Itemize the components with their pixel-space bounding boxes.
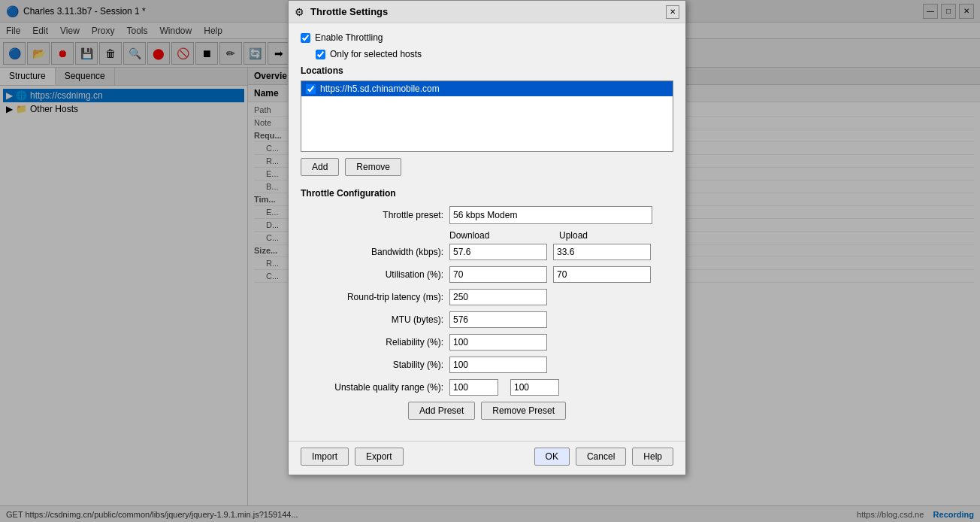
unstable-input-1[interactable] — [449, 379, 498, 396]
utilisation-row: Utilisation (%): — [301, 266, 673, 283]
unstable-row: Unstable quality range (%): — [301, 379, 673, 396]
throttle-preset-row: Throttle preset: 56 kbps Modem 256 kbps … — [301, 206, 673, 224]
bandwidth-row: Bandwidth (kbps): — [301, 244, 673, 260]
locations-label: Locations — [301, 65, 673, 76]
locations-buttons: Add Remove — [301, 158, 673, 176]
stability-label: Stability (%): — [301, 360, 443, 370]
throttle-preset-label: Throttle preset: — [301, 210, 443, 220]
footer-left-buttons: Import Export — [301, 448, 404, 466]
location-checkbox-0[interactable] — [306, 84, 316, 94]
mtu-input[interactable] — [449, 311, 547, 328]
only-selected-label[interactable]: Only for selected hosts — [330, 49, 422, 59]
throttle-preset-wrapper: 56 kbps Modem 256 kbps ISDN/DSL 512 kbps… — [449, 206, 652, 224]
throttle-dialog: ⚙ Throttle Settings ✕ Enable Throttling … — [288, 0, 686, 475]
latency-input[interactable] — [449, 289, 547, 305]
add-location-button[interactable]: Add — [301, 158, 339, 176]
col-download-label: Download — [449, 230, 547, 241]
col-headers-row: Download Upload — [301, 230, 673, 241]
footer-right-buttons: OK Cancel Help — [534, 448, 673, 466]
config-section-title: Throttle Configuration — [301, 188, 673, 199]
locations-listbox[interactable]: https://h5.sd.chinamobile.com — [301, 80, 673, 152]
bandwidth-label: Bandwidth (kbps): — [301, 247, 443, 257]
reliability-input[interactable] — [449, 334, 547, 351]
location-item-0[interactable]: https://h5.sd.chinamobile.com — [301, 81, 673, 96]
bandwidth-upload-input[interactable] — [553, 244, 651, 260]
throttle-preset-select[interactable]: 56 kbps Modem 256 kbps ISDN/DSL 512 kbps… — [449, 206, 652, 224]
enable-throttling-label[interactable]: Enable Throttling — [315, 32, 383, 43]
utilisation-upload-input[interactable] — [553, 266, 651, 283]
mtu-row: MTU (bytes): — [301, 311, 673, 328]
location-text-0: https://h5.sd.chinamobile.com — [320, 83, 440, 94]
latency-row: Round-trip latency (ms): — [301, 289, 673, 305]
import-button[interactable]: Import — [301, 448, 349, 466]
bandwidth-download-input[interactable] — [449, 244, 547, 260]
reliability-label: Reliability (%): — [301, 337, 443, 347]
dialog-title-bar: ⚙ Throttle Settings ✕ — [289, 1, 685, 23]
help-button[interactable]: Help — [632, 448, 673, 466]
dialog-title-text: Throttle Settings — [310, 6, 660, 17]
only-selected-row: Only for selected hosts — [316, 49, 673, 59]
remove-preset-button[interactable]: Remove Preset — [481, 402, 566, 420]
dialog-close-button[interactable]: ✕ — [666, 5, 679, 19]
latency-label: Round-trip latency (ms): — [301, 292, 443, 302]
remove-location-button[interactable]: Remove — [345, 158, 401, 176]
export-button[interactable]: Export — [355, 448, 404, 466]
add-preset-button[interactable]: Add Preset — [408, 402, 475, 420]
mtu-label: MTU (bytes): — [301, 314, 443, 325]
modal-overlay: ⚙ Throttle Settings ✕ Enable Throttling … — [0, 0, 980, 522]
reliability-row: Reliability (%): — [301, 334, 673, 351]
dialog-body: Enable Throttling Only for selected host… — [289, 23, 685, 441]
enable-throttling-row: Enable Throttling — [301, 32, 673, 43]
col-upload-label: Upload — [559, 230, 657, 241]
utilisation-label: Utilisation (%): — [301, 269, 443, 280]
dialog-title-icon: ⚙ — [295, 6, 304, 18]
cancel-button[interactable]: Cancel — [576, 448, 626, 466]
unstable-label: Unstable quality range (%): — [301, 382, 443, 393]
dialog-footer: Import Export OK Cancel Help — [289, 441, 685, 475]
stability-row: Stability (%): — [301, 357, 673, 373]
enable-throttling-checkbox[interactable] — [301, 33, 310, 43]
ok-button[interactable]: OK — [534, 448, 570, 466]
only-selected-checkbox[interactable] — [316, 50, 325, 59]
stability-input[interactable] — [449, 357, 547, 373]
unstable-input-2[interactable] — [510, 379, 559, 396]
preset-buttons: Add Preset Remove Preset — [301, 402, 673, 420]
utilisation-download-input[interactable] — [449, 266, 547, 283]
